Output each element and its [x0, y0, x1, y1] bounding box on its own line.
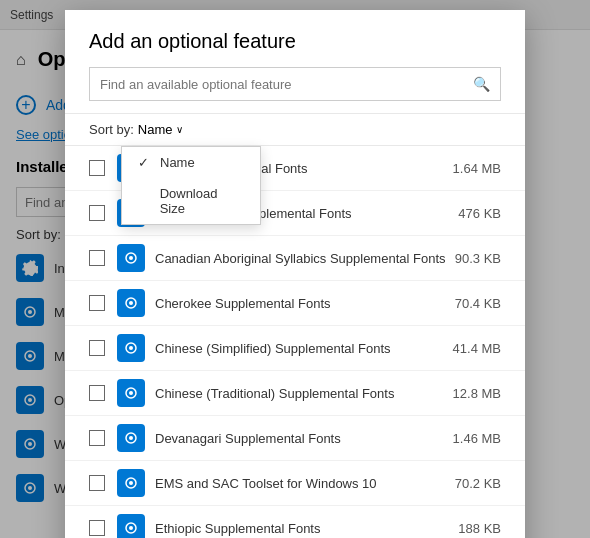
feature-name-3: Cherokee Supplemental Fonts — [155, 296, 447, 311]
feature-checkbox-7[interactable] — [89, 475, 105, 491]
feature-checkbox-0[interactable] — [89, 160, 105, 176]
modal-overlay: Add an optional feature 🔍 Sort by: Name … — [0, 0, 590, 538]
feature-item-6[interactable]: Devanagari Supplemental Fonts 1.46 MB — [65, 416, 525, 461]
chevron-down-icon: ∨ — [176, 124, 183, 135]
search-icon: 🔍 — [463, 76, 500, 92]
feature-icon-6 — [117, 424, 145, 452]
feature-icon-8 — [117, 514, 145, 538]
feature-item-5[interactable]: Chinese (Traditional) Supplemental Fonts… — [65, 371, 525, 416]
svg-point-23 — [129, 436, 133, 440]
svg-point-19 — [129, 346, 133, 350]
feature-checkbox-2[interactable] — [89, 250, 105, 266]
feature-checkbox-6[interactable] — [89, 430, 105, 446]
sort-dropdown-menu: ✓ Name Download Size — [121, 146, 261, 225]
feature-checkbox-5[interactable] — [89, 385, 105, 401]
search-box: 🔍 — [89, 67, 501, 101]
feature-size-2: 90.3 KB — [455, 251, 501, 266]
feature-name-6: Devanagari Supplemental Fonts — [155, 431, 445, 446]
feature-size-1: 476 KB — [458, 206, 501, 221]
sort-option-name[interactable]: ✓ Name — [122, 147, 260, 178]
feature-item-4[interactable]: Chinese (Simplified) Supplemental Fonts … — [65, 326, 525, 371]
feature-search-input[interactable] — [90, 77, 463, 92]
feature-size-3: 70.4 KB — [455, 296, 501, 311]
feature-size-0: 1.64 MB — [453, 161, 501, 176]
feature-name-2: Canadian Aboriginal Syllabics Supplement… — [155, 251, 447, 266]
modal-sortby-container: Sort by: Name ∨ ✓ Name Download Size — [65, 114, 525, 145]
sort-option-download-size[interactable]: Download Size — [122, 178, 260, 224]
feature-name-7: EMS and SAC Toolset for Windows 10 — [155, 476, 447, 491]
modal-header: Add an optional feature 🔍 — [65, 10, 525, 114]
sort-option-name-label: Name — [160, 155, 195, 170]
sort-dropdown-button[interactable]: Name ∨ — [138, 122, 184, 137]
svg-point-21 — [129, 391, 133, 395]
feature-name-5: Chinese (Traditional) Supplemental Fonts — [155, 386, 445, 401]
svg-point-27 — [129, 526, 133, 530]
modal-title: Add an optional feature — [89, 30, 501, 53]
sort-value: Name — [138, 122, 173, 137]
feature-item-7[interactable]: EMS and SAC Toolset for Windows 10 70.2 … — [65, 461, 525, 506]
feature-size-5: 12.8 MB — [453, 386, 501, 401]
feature-icon-2 — [117, 244, 145, 272]
svg-point-17 — [129, 301, 133, 305]
feature-checkbox-4[interactable] — [89, 340, 105, 356]
feature-checkbox-8[interactable] — [89, 520, 105, 536]
feature-checkbox-3[interactable] — [89, 295, 105, 311]
sort-label: Sort by: — [89, 122, 134, 137]
feature-item-3[interactable]: Cherokee Supplemental Fonts 70.4 KB — [65, 281, 525, 326]
svg-point-25 — [129, 481, 133, 485]
feature-checkbox-1[interactable] — [89, 205, 105, 221]
feature-size-6: 1.46 MB — [453, 431, 501, 446]
feature-icon-5 — [117, 379, 145, 407]
feature-size-8: 188 KB — [458, 521, 501, 536]
feature-icon-3 — [117, 289, 145, 317]
feature-name-4: Chinese (Simplified) Supplemental Fonts — [155, 341, 445, 356]
check-icon: ✓ — [138, 155, 152, 170]
svg-point-15 — [129, 256, 133, 260]
feature-icon-4 — [117, 334, 145, 362]
feature-size-4: 41.4 MB — [453, 341, 501, 356]
add-optional-feature-modal: Add an optional feature 🔍 Sort by: Name … — [65, 10, 525, 538]
feature-item-8[interactable]: Ethiopic Supplemental Fonts 188 KB — [65, 506, 525, 538]
sort-option-download-size-label: Download Size — [160, 186, 244, 216]
feature-icon-7 — [117, 469, 145, 497]
feature-size-7: 70.2 KB — [455, 476, 501, 491]
feature-name-8: Ethiopic Supplemental Fonts — [155, 521, 450, 536]
feature-item-2[interactable]: Canadian Aboriginal Syllabics Supplement… — [65, 236, 525, 281]
